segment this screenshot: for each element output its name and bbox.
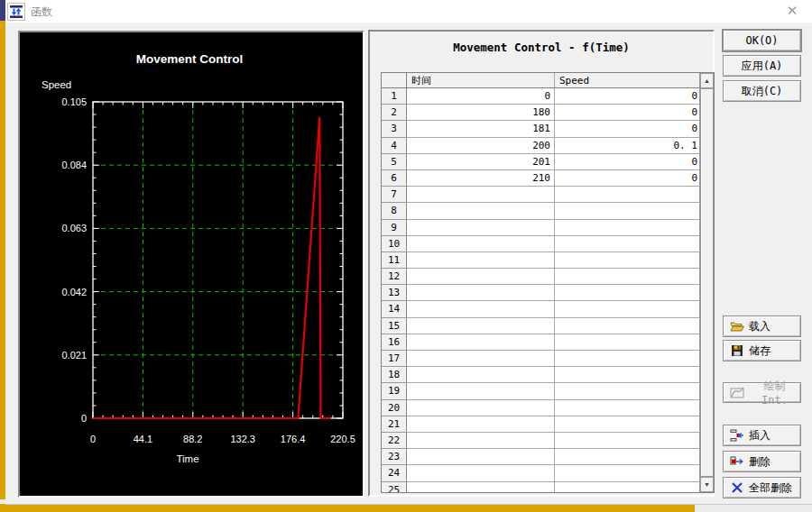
time-cell[interactable]: [407, 400, 555, 416]
close-button[interactable]: ✕: [778, 1, 807, 21]
time-cell[interactable]: [407, 465, 555, 481]
table-row[interactable]: 7: [382, 187, 701, 203]
row-number-cell[interactable]: 13: [382, 285, 407, 301]
vertical-scrollbar[interactable]: ▲ ▼: [699, 73, 714, 492]
speed-cell[interactable]: [555, 301, 701, 317]
scroll-up-button[interactable]: ▲: [700, 73, 714, 88]
time-cell[interactable]: 180: [407, 105, 555, 121]
time-cell[interactable]: [407, 416, 555, 433]
row-number-cell[interactable]: 21: [382, 416, 407, 433]
table-row[interactable]: 24: [382, 465, 701, 481]
table-row[interactable]: 42000. 1: [382, 138, 701, 154]
row-number-cell[interactable]: 2: [382, 105, 407, 121]
speed-cell[interactable]: [555, 220, 701, 236]
table-row[interactable]: 17: [382, 351, 701, 367]
time-cell[interactable]: 201: [407, 154, 555, 170]
speed-cell[interactable]: 0. 1: [555, 138, 701, 154]
speed-cell[interactable]: [555, 252, 701, 269]
table-row[interactable]: 21800: [382, 105, 701, 121]
time-cell[interactable]: [407, 318, 555, 334]
time-cell[interactable]: [407, 236, 555, 252]
time-cell[interactable]: [407, 334, 555, 351]
table-row[interactable]: 22: [382, 433, 701, 449]
row-number-cell[interactable]: 5: [382, 154, 407, 170]
speed-cell[interactable]: 0: [555, 105, 701, 121]
row-number-cell[interactable]: 1: [382, 88, 407, 105]
time-cell[interactable]: [407, 220, 555, 236]
time-cell[interactable]: [407, 203, 555, 219]
table-row[interactable]: 11: [382, 252, 701, 269]
row-number-cell[interactable]: 7: [382, 187, 407, 203]
time-cell[interactable]: [407, 187, 555, 203]
row-number-cell[interactable]: 9: [382, 220, 407, 236]
scrollbar-thumb[interactable]: [700, 88, 714, 477]
speed-cell[interactable]: [555, 187, 701, 203]
row-number-cell[interactable]: 14: [382, 301, 407, 317]
row-number-cell[interactable]: 10: [382, 236, 407, 252]
row-number-cell[interactable]: 8: [382, 203, 407, 219]
table-row[interactable]: 100: [382, 88, 701, 105]
table-row[interactable]: 21: [382, 416, 701, 433]
save-button[interactable]: 储存: [723, 340, 801, 361]
table-row[interactable]: 18: [382, 367, 701, 383]
row-number-cell[interactable]: 11: [382, 252, 407, 269]
table-row[interactable]: 8: [382, 203, 701, 219]
titlebar[interactable]: 函数 ✕: [5, 0, 812, 23]
row-number-cell[interactable]: 15: [382, 318, 407, 334]
time-cell[interactable]: 181: [407, 121, 555, 137]
speed-cell[interactable]: [555, 351, 701, 367]
table-row[interactable]: 16: [382, 334, 701, 351]
speed-cell[interactable]: [555, 334, 701, 351]
table-row[interactable]: 15: [382, 318, 701, 334]
row-number-cell[interactable]: 20: [382, 400, 407, 416]
table-row[interactable]: 10: [382, 236, 701, 252]
speed-cell[interactable]: [555, 465, 701, 481]
table-row[interactable]: 14: [382, 301, 701, 317]
table-row[interactable]: 12: [382, 269, 701, 285]
load-button[interactable]: 载入: [723, 315, 801, 337]
table-row[interactable]: 31810: [382, 121, 701, 137]
delete-button[interactable]: 删除: [723, 451, 801, 472]
table-row[interactable]: 13: [382, 285, 701, 301]
table-row[interactable]: 20: [382, 400, 701, 416]
row-number-cell[interactable]: 6: [382, 170, 407, 187]
time-cell[interactable]: 210: [407, 170, 555, 187]
time-cell[interactable]: [407, 301, 555, 317]
speed-cell[interactable]: [555, 449, 701, 465]
insert-button[interactable]: 插入: [723, 425, 801, 446]
speed-cell[interactable]: [555, 433, 701, 449]
speed-cell[interactable]: [555, 482, 701, 494]
draw-int-button[interactable]: 绘制 Int.: [723, 382, 801, 403]
row-number-cell[interactable]: 24: [382, 465, 407, 481]
row-number-cell[interactable]: 3: [382, 121, 407, 137]
speed-cell[interactable]: [555, 367, 701, 383]
time-cell[interactable]: [407, 351, 555, 367]
time-cell[interactable]: [407, 269, 555, 285]
speed-cell[interactable]: [555, 400, 701, 416]
time-cell[interactable]: [407, 433, 555, 449]
speed-cell[interactable]: 0: [555, 121, 701, 137]
row-number-cell[interactable]: 22: [382, 433, 407, 449]
speed-cell[interactable]: 0: [555, 170, 701, 187]
cancel-button[interactable]: 取消(C): [723, 80, 801, 102]
apply-button[interactable]: 应用(A): [723, 55, 801, 77]
time-cell[interactable]: 200: [407, 138, 555, 154]
row-number-cell[interactable]: 16: [382, 334, 407, 351]
row-number-cell[interactable]: 25: [382, 482, 407, 494]
speed-cell[interactable]: [555, 236, 701, 252]
row-number-cell[interactable]: 23: [382, 449, 407, 465]
time-cell[interactable]: [407, 252, 555, 269]
speed-cell[interactable]: [555, 203, 701, 219]
scroll-down-button[interactable]: ▼: [700, 477, 714, 492]
row-number-cell[interactable]: 4: [382, 138, 407, 154]
speed-cell[interactable]: 0: [555, 88, 701, 105]
row-number-cell[interactable]: 12: [382, 269, 407, 285]
time-cell[interactable]: [407, 383, 555, 399]
table-row[interactable]: 62100: [382, 170, 701, 187]
row-number-cell[interactable]: 19: [382, 383, 407, 399]
table-row[interactable]: 52010: [382, 154, 701, 170]
time-cell[interactable]: [407, 449, 555, 465]
row-number-cell[interactable]: 17: [382, 351, 407, 367]
ok-button[interactable]: OK(O): [723, 30, 801, 51]
time-cell[interactable]: [407, 482, 555, 494]
